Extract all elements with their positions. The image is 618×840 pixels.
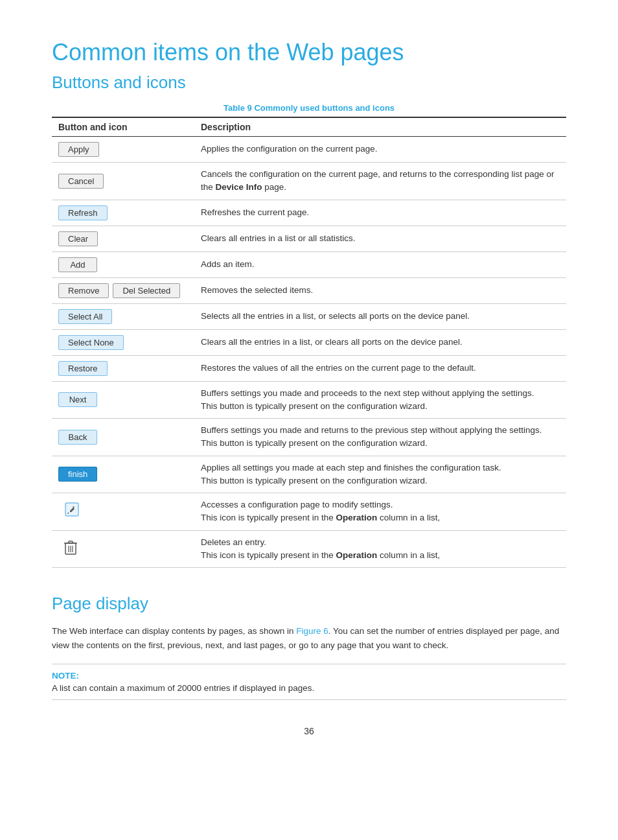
button-cell: Select None <box>52 329 194 355</box>
button-cell: Restore <box>52 355 194 381</box>
button-cell: Add <box>52 251 194 277</box>
table-row: Select AllSelects all the entries in a l… <box>52 303 566 329</box>
ui-button-del-selected[interactable]: Del Selected <box>113 283 180 298</box>
table-caption: Table 9 Commonly used buttons and icons <box>52 103 566 113</box>
table-row: ApplyApplies the configuration on the cu… <box>52 137 566 163</box>
table-row: AddAdds an item. <box>52 251 566 277</box>
description-cell: Adds an item. <box>194 251 566 277</box>
button-cell: Cancel <box>52 163 194 200</box>
ui-button-remove[interactable]: Remove <box>58 283 109 298</box>
table-row: BackBuffers settings you made and return… <box>52 419 566 456</box>
buttons-icons-table: Button and icon Description ApplyApplies… <box>52 117 566 568</box>
subtitle-buttons: Buttons and icons <box>52 73 566 93</box>
description-cell: Accesses a configuration page to modify … <box>194 493 566 531</box>
page-number: 36 <box>52 726 566 736</box>
ui-button-add[interactable]: Add <box>58 257 97 272</box>
description-cell: Refreshes the current page. <box>194 200 566 226</box>
ui-button-next[interactable]: Next <box>58 392 97 407</box>
description-cell: Cancels the configuration on the current… <box>194 163 566 200</box>
subtitle-page-display: Page display <box>52 594 566 614</box>
ui-button-refresh[interactable]: Refresh <box>58 205 108 220</box>
description-cell: Removes the selected items. <box>194 277 566 303</box>
icon-delete-cell <box>52 530 194 568</box>
table-row: RefreshRefreshes the current page. <box>52 200 566 226</box>
table-row: RestoreRestores the values of all the en… <box>52 355 566 381</box>
note-box: NOTE: A list can contain a maximum of 20… <box>52 664 566 700</box>
icon-edit-cell <box>52 493 194 531</box>
description-cell: Selects all the entries in a list, or se… <box>194 303 566 329</box>
table-row: Select NoneClears all the entries in a l… <box>52 329 566 355</box>
note-label: NOTE: <box>52 671 566 681</box>
col-button: Button and icon <box>52 117 194 137</box>
table-row: Accesses a configuration page to modify … <box>52 493 566 531</box>
button-cell: Refresh <box>52 200 194 226</box>
button-cell: Back <box>52 419 194 456</box>
button-cell: Next <box>52 381 194 419</box>
table-row: Deletes an entry.This icon is typically … <box>52 530 566 568</box>
button-cell: Apply <box>52 137 194 163</box>
main-title: Common items on the Web pages <box>52 39 566 66</box>
ui-button-clear[interactable]: Clear <box>58 231 98 246</box>
note-text: A list can contain a maximum of 20000 en… <box>52 683 566 693</box>
delete-icon <box>58 548 78 558</box>
description-cell: Buffers settings you made and proceeds t… <box>194 381 566 419</box>
ui-button-select-none[interactable]: Select None <box>58 335 124 350</box>
description-cell: Restores the values of all the entries o… <box>194 355 566 381</box>
table-row: CancelCancels the configuration on the c… <box>52 163 566 200</box>
ui-button-restore[interactable]: Restore <box>58 361 108 376</box>
ui-button-back[interactable]: Back <box>58 430 97 445</box>
description-cell: Deletes an entry.This icon is typically … <box>194 530 566 568</box>
edit-icon <box>58 505 80 521</box>
ui-button-finish[interactable]: finish <box>58 467 97 482</box>
description-cell: Applies the configuration on the current… <box>194 137 566 163</box>
button-cell: Clear <box>52 226 194 251</box>
button-cell: finish <box>52 456 194 493</box>
ui-button-select-all[interactable]: Select All <box>58 309 112 324</box>
button-cell: Select All <box>52 303 194 329</box>
description-cell: Clears all entries in a list or all stat… <box>194 226 566 251</box>
table-row: RemoveDel SelectedRemoves the selected i… <box>52 277 566 303</box>
description-cell: Clears all the entries in a list, or cle… <box>194 329 566 355</box>
description-cell: Buffers settings you made and returns to… <box>194 419 566 456</box>
description-cell: Applies all settings you made at each st… <box>194 456 566 493</box>
figure6-link[interactable]: Figure 6 <box>296 626 328 636</box>
page-display-text: The Web interface can display contents b… <box>52 624 566 652</box>
ui-button-cancel[interactable]: Cancel <box>58 174 104 189</box>
table-row: finishApplies all settings you made at e… <box>52 456 566 493</box>
col-description: Description <box>194 117 566 137</box>
table-row: ClearClears all entries in a list or all… <box>52 226 566 251</box>
svg-rect-3 <box>69 541 73 543</box>
table-row: NextBuffers settings you made and procee… <box>52 381 566 419</box>
ui-button-apply[interactable]: Apply <box>58 142 99 157</box>
button-cell: RemoveDel Selected <box>52 277 194 303</box>
